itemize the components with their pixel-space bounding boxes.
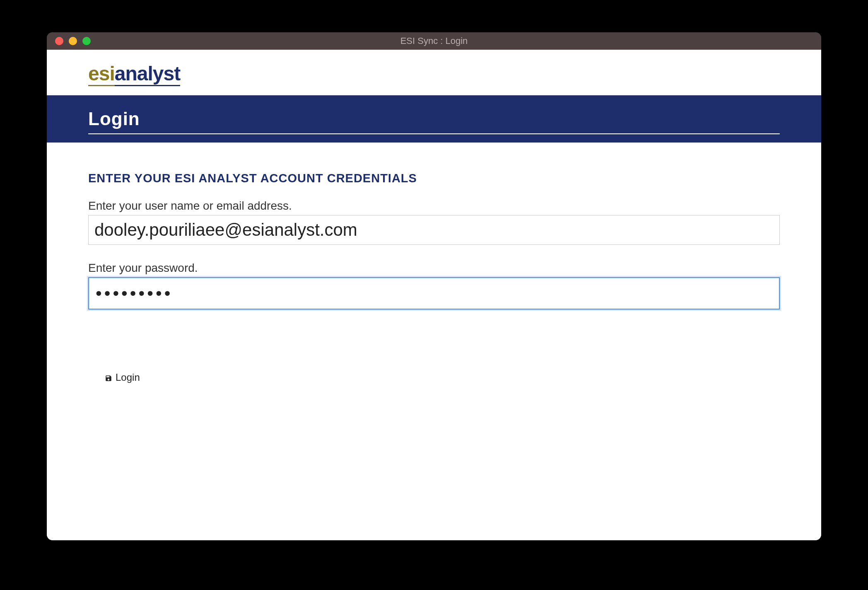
logo-part-esi: esi (88, 62, 115, 86)
logo-part-analyst: analyst (115, 62, 180, 86)
logo-area: esianalyst (47, 50, 821, 95)
password-input[interactable] (88, 277, 780, 310)
save-icon (105, 373, 112, 382)
titlebar: ESI Sync : Login (47, 32, 821, 50)
username-input[interactable] (88, 215, 780, 245)
form-heading: ENTER YOUR ESI ANALYST ACCOUNT CREDENTIA… (88, 172, 780, 185)
content-area: esianalyst Login ENTER YOUR ESI ANALYST … (47, 50, 821, 540)
password-label: Enter your password. (88, 261, 780, 275)
header-band: Login (47, 95, 821, 143)
minimize-window-button[interactable] (69, 37, 77, 45)
window-title: ESI Sync : Login (400, 36, 468, 46)
login-button[interactable]: Login (105, 372, 140, 383)
login-button-area: Login (47, 326, 821, 401)
page-title: Login (88, 109, 780, 134)
username-label: Enter your user name or email address. (88, 199, 780, 213)
traffic-lights (47, 37, 91, 45)
login-form: ENTER YOUR ESI ANALYST ACCOUNT CREDENTIA… (47, 143, 821, 326)
esi-analyst-logo: esianalyst (88, 62, 180, 86)
login-button-label: Login (116, 372, 140, 383)
maximize-window-button[interactable] (82, 37, 91, 45)
close-window-button[interactable] (55, 37, 63, 45)
app-window: ESI Sync : Login esianalyst Login ENTER … (47, 32, 821, 540)
